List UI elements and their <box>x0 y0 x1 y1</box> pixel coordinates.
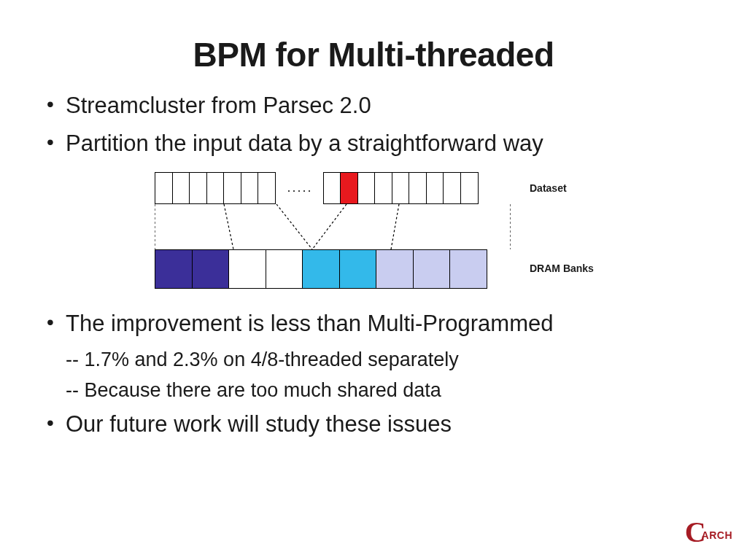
dataset-ellipsis: ..... <box>276 172 324 204</box>
dram-cell <box>192 249 230 289</box>
logo-suffix: ARCH <box>702 529 732 541</box>
dram-row <box>155 249 511 289</box>
partition-diagram: ..... <box>140 172 607 292</box>
carch-logo: CARCH <box>685 518 732 547</box>
dataset-cell <box>357 172 376 204</box>
dram-cell <box>413 249 451 289</box>
dram-cell <box>376 249 414 289</box>
diagram-container: ..... <box>41 172 706 292</box>
dataset-row: ..... <box>155 172 511 204</box>
sub-bullet: -- 1.7% and 2.3% on 4/8-threaded separat… <box>41 346 706 373</box>
dataset-cell <box>409 172 427 204</box>
bullet-item: Streamcluster from Parsec 2.0 <box>41 90 706 121</box>
dram-cell <box>339 249 377 289</box>
dataset-cell <box>323 172 341 204</box>
dataset-cell <box>374 172 392 204</box>
slide: BPM for Multi-threaded Streamcluster fro… <box>0 0 747 560</box>
dataset-cell <box>443 172 461 204</box>
dram-cell <box>302 249 340 289</box>
dataset-cell <box>155 172 173 204</box>
dataset-cell-highlighted <box>340 172 358 204</box>
bullet-list: Our future work will study these issues <box>41 409 706 440</box>
dataset-cell <box>460 172 479 204</box>
dataset-cell <box>241 172 259 204</box>
dataset-label: Dataset <box>530 182 567 194</box>
dram-label: DRAM Banks <box>530 262 594 274</box>
dram-cell <box>155 249 193 289</box>
sub-bullet: -- Because there are too much shared dat… <box>41 377 706 403</box>
bullet-item: Our future work will study these issues <box>41 409 706 440</box>
dataset-cell <box>426 172 444 204</box>
dataset-cell <box>392 172 410 204</box>
bullet-item: Partition the input data by a straightfo… <box>41 128 706 159</box>
dram-cell <box>449 249 487 289</box>
projection-lines <box>155 204 511 249</box>
svg-line-2 <box>276 204 312 249</box>
dataset-cell <box>258 172 276 204</box>
svg-line-4 <box>391 204 399 249</box>
dataset-cell <box>206 172 225 204</box>
dataset-cell <box>189 172 207 204</box>
svg-line-3 <box>312 204 347 249</box>
bullet-item: The improvement is less than Multi-Progr… <box>41 308 706 339</box>
svg-line-1 <box>224 204 233 249</box>
bullet-list: The improvement is less than Multi-Progr… <box>41 308 706 339</box>
dram-cell <box>266 249 303 289</box>
slide-title: BPM for Multi-threaded <box>41 35 706 74</box>
dram-cell <box>228 249 266 289</box>
bullet-list: Streamcluster from Parsec 2.0 Partition … <box>41 90 706 159</box>
dataset-cell <box>223 172 241 204</box>
dataset-cell <box>172 172 190 204</box>
